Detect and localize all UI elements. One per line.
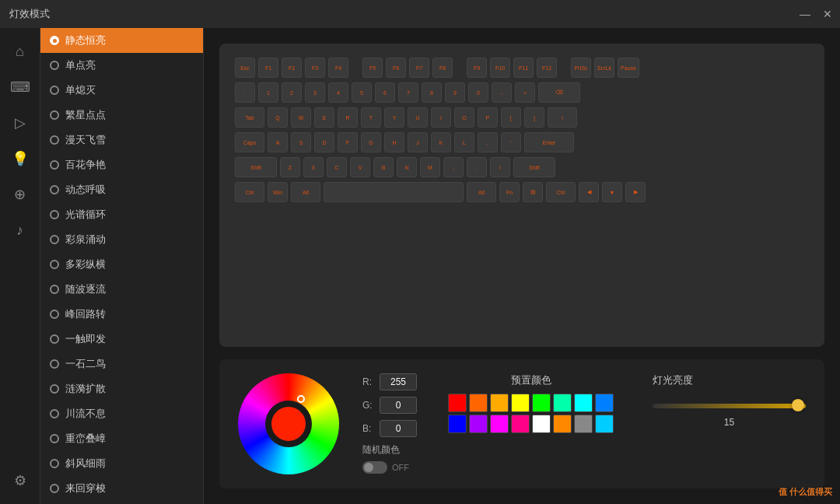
key-6[interactable]: 6 xyxy=(375,82,395,103)
preset-color-14[interactable] xyxy=(574,415,593,433)
preset-color-3[interactable] xyxy=(511,394,530,412)
key-[[interactable]: [ xyxy=(501,107,521,128)
key-▼[interactable]: ▼ xyxy=(602,182,622,202)
key-T[interactable]: T xyxy=(361,107,381,128)
preset-color-4[interactable] xyxy=(532,394,551,412)
key-space[interactable] xyxy=(456,58,464,78)
key-H[interactable]: H xyxy=(384,132,404,152)
key-D[interactable]: D xyxy=(314,132,334,152)
key-C[interactable]: C xyxy=(327,157,347,177)
key-F[interactable]: F xyxy=(338,132,358,152)
effect-item-back-forth[interactable]: 来回穿梭 xyxy=(40,476,203,501)
key-X[interactable]: X xyxy=(303,157,324,177)
key-Z[interactable]: Z xyxy=(280,157,300,177)
effect-item-starry[interactable]: 繁星点点 xyxy=(40,103,203,128)
key-F2[interactable]: F2 xyxy=(282,58,302,78)
key-S[interactable]: S xyxy=(291,132,311,152)
effect-item-touch-trigger[interactable]: 一触即发 xyxy=(40,327,203,352)
effect-item-single-light[interactable]: 单点亮 xyxy=(40,53,203,78)
key-/[interactable]: / xyxy=(490,157,510,177)
key-Esc[interactable]: Esc xyxy=(235,58,255,78)
key-J[interactable]: J xyxy=(408,132,428,152)
sidebar-item-device[interactable]: ⊕ xyxy=(5,179,36,210)
key-'[interactable]: ' xyxy=(501,132,521,152)
key-Alt[interactable]: Alt xyxy=(467,182,496,202)
effect-item-stream-flow[interactable]: 川流不息 xyxy=(40,401,203,426)
key-F11[interactable]: F11 xyxy=(513,58,534,78)
effect-item-ripple-spread[interactable]: 涟漪扩散 xyxy=(40,376,203,401)
key-Win[interactable]: Win xyxy=(268,182,288,202)
effect-item-spectrum-cycle[interactable]: 光谱循环 xyxy=(40,202,203,227)
key-9[interactable]: 9 xyxy=(445,82,465,103)
key-][interactable]: ] xyxy=(524,107,544,128)
preset-color-12[interactable] xyxy=(532,415,551,433)
key-K[interactable]: K xyxy=(431,132,451,152)
key-F9[interactable]: F9 xyxy=(467,58,487,78)
key-Ctrl[interactable]: Ctrl xyxy=(235,182,264,202)
key-PrtSc[interactable]: PrtSc xyxy=(571,58,591,78)
key-Tab[interactable]: Tab xyxy=(235,107,264,128)
key--[interactable]: - xyxy=(492,82,512,103)
random-toggle[interactable] xyxy=(362,461,387,474)
effect-item-close-backlight[interactable]: 关闭背光 xyxy=(40,501,203,504)
key-space[interactable] xyxy=(352,58,359,78)
key-F8[interactable]: F8 xyxy=(432,58,453,78)
effect-item-drift[interactable]: 漫天飞雪 xyxy=(40,128,203,152)
effect-item-overlap-peak[interactable]: 重峦叠嶂 xyxy=(40,426,203,451)
key-3[interactable]: 3 xyxy=(305,82,325,103)
effect-item-wave-flow[interactable]: 随波逐流 xyxy=(40,277,203,302)
preset-color-6[interactable] xyxy=(574,394,593,412)
key-L[interactable]: L xyxy=(454,132,474,152)
effect-item-rainbow-surge[interactable]: 彩泉涌动 xyxy=(40,227,203,252)
key-V[interactable]: V xyxy=(350,157,370,177)
color-wheel-container[interactable] xyxy=(238,373,339,474)
sidebar-item-lighting[interactable]: 💡 xyxy=(5,143,36,174)
key-Shift[interactable]: Shift xyxy=(513,157,555,177)
preset-color-1[interactable] xyxy=(469,394,488,412)
key-B[interactable]: B xyxy=(373,157,394,177)
key-Caps[interactable]: Caps xyxy=(235,132,264,152)
effect-item-single-off[interactable]: 单熄灭 xyxy=(40,78,203,103)
key-R[interactable]: R xyxy=(338,107,358,128)
effect-item-diagonal-rain[interactable]: 斜风细雨 xyxy=(40,451,203,476)
key-F12[interactable]: F12 xyxy=(537,58,557,78)
r-input[interactable] xyxy=(380,373,417,390)
color-wheel[interactable] xyxy=(238,373,339,474)
key-Shift[interactable]: Shift xyxy=(235,157,277,177)
key-U[interactable]: U xyxy=(408,107,428,128)
key-E[interactable]: E xyxy=(314,107,334,128)
key-O[interactable]: O xyxy=(454,107,474,128)
key-ScrLk[interactable]: ScrLk xyxy=(594,58,614,78)
close-button[interactable]: ✕ xyxy=(823,8,832,20)
key-F10[interactable]: F10 xyxy=(490,58,510,78)
brightness-thumb[interactable] xyxy=(792,399,804,411)
sidebar-item-home[interactable]: ⌂ xyxy=(5,36,36,67)
effect-item-peak-turn[interactable]: 峰回路转 xyxy=(40,302,203,327)
key-P[interactable]: P xyxy=(478,107,498,128)
key-N[interactable]: N xyxy=(397,157,417,177)
key-5[interactable]: 5 xyxy=(352,82,372,103)
key-1[interactable]: 1 xyxy=(258,82,278,103)
brightness-slider-container[interactable] xyxy=(653,403,806,409)
preset-color-10[interactable] xyxy=(490,415,509,433)
key-,[interactable]: , xyxy=(443,157,464,177)
key-F1[interactable]: F1 xyxy=(258,58,278,78)
preset-color-11[interactable] xyxy=(511,415,530,433)
sidebar-item-settings[interactable]: ⚙ xyxy=(5,465,36,496)
key-I[interactable]: I xyxy=(431,107,451,128)
key-7[interactable]: 7 xyxy=(398,82,418,103)
key-0[interactable]: 0 xyxy=(468,82,488,103)
effect-item-breathing[interactable]: 动态呼吸 xyxy=(40,177,203,202)
b-input[interactable] xyxy=(380,420,417,437)
key-4[interactable]: 4 xyxy=(328,82,348,103)
preset-color-0[interactable] xyxy=(448,394,467,412)
key-F3[interactable]: F3 xyxy=(305,58,325,78)
preset-color-5[interactable] xyxy=(553,394,572,412)
preset-color-13[interactable] xyxy=(553,415,572,433)
key-⌫[interactable]: ⌫ xyxy=(538,82,580,103)
key-G[interactable]: G xyxy=(361,132,381,152)
minimize-button[interactable]: — xyxy=(800,8,810,20)
key-Enter[interactable]: Enter xyxy=(524,132,574,152)
preset-color-8[interactable] xyxy=(448,415,467,433)
key-space[interactable] xyxy=(560,58,568,78)
